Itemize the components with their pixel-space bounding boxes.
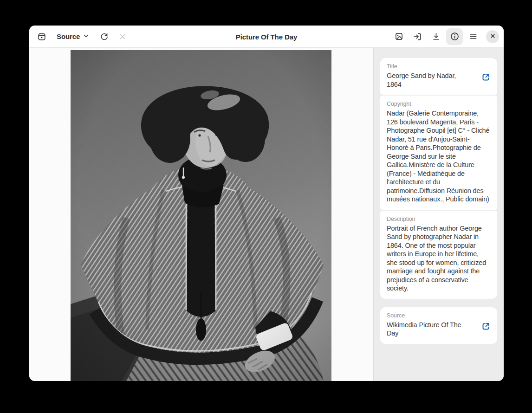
photo-illustration <box>71 50 331 381</box>
import-icon <box>413 32 422 41</box>
refresh-icon <box>100 32 109 41</box>
toolbar: Source Picture Of The Day <box>29 26 504 48</box>
source-external-link-button[interactable] <box>480 322 491 333</box>
close-button[interactable] <box>486 30 499 43</box>
image-button[interactable] <box>390 28 407 45</box>
description-card-value: Portrait of French author George Sand by… <box>387 224 491 293</box>
close-icon <box>490 33 496 40</box>
title-card: Title George Sand by Nadar, 1864 <box>380 58 497 95</box>
menu-icon <box>469 32 478 41</box>
copyright-card-label: Copyright <box>387 101 491 107</box>
source-dropdown-label: Source <box>57 32 80 40</box>
title-external-link-button[interactable] <box>480 72 491 84</box>
page-title: Picture Of The Day <box>236 32 297 40</box>
chevron-down-icon <box>83 32 89 40</box>
refresh-button[interactable] <box>96 28 112 45</box>
calendar-icon <box>37 32 46 41</box>
description-card: Description Portrait of French author Ge… <box>380 211 497 299</box>
photo-george-sand[interactable] <box>71 50 331 381</box>
content-area: Title George Sand by Nadar, 1864 Copyrig… <box>29 48 504 381</box>
download-icon <box>432 32 441 41</box>
download-button[interactable] <box>428 28 444 45</box>
picture-of-the-day-window: Source Picture Of The Day <box>29 26 504 381</box>
toolbar-left-group: Source <box>33 28 131 45</box>
copyright-card: Copyright Nadar (Galerie Contemporaine, … <box>380 96 497 210</box>
source-dropdown[interactable]: Source <box>52 28 94 45</box>
clear-icon <box>118 32 127 41</box>
import-button[interactable] <box>409 28 426 45</box>
source-card-label: Source <box>387 312 491 319</box>
source-card-value: Wikimedia Picture Of The Day <box>387 321 491 338</box>
info-button[interactable] <box>446 28 463 45</box>
clear-button[interactable] <box>114 28 131 45</box>
info-icon <box>450 32 460 41</box>
title-card-value: George Sand by Nadar, 1864 <box>387 71 491 89</box>
external-link-icon <box>481 322 491 333</box>
title-card-label: Title <box>387 63 491 70</box>
image-icon <box>395 32 403 41</box>
info-sidebar: Title George Sand by Nadar, 1864 Copyrig… <box>373 48 504 381</box>
toolbar-right-group <box>390 28 499 45</box>
source-card: Source Wikimedia Picture Of The Day <box>380 307 497 344</box>
description-card-label: Description <box>387 216 491 222</box>
copyright-card-value: Nadar (Galerie Contemporaine, 126 boulev… <box>387 109 491 204</box>
external-link-icon <box>481 72 491 84</box>
calendar-button[interactable] <box>33 28 50 45</box>
menu-button[interactable] <box>465 28 481 45</box>
photo-viewer <box>29 48 373 381</box>
metadata-card-group: Title George Sand by Nadar, 1864 Copyrig… <box>380 58 497 299</box>
